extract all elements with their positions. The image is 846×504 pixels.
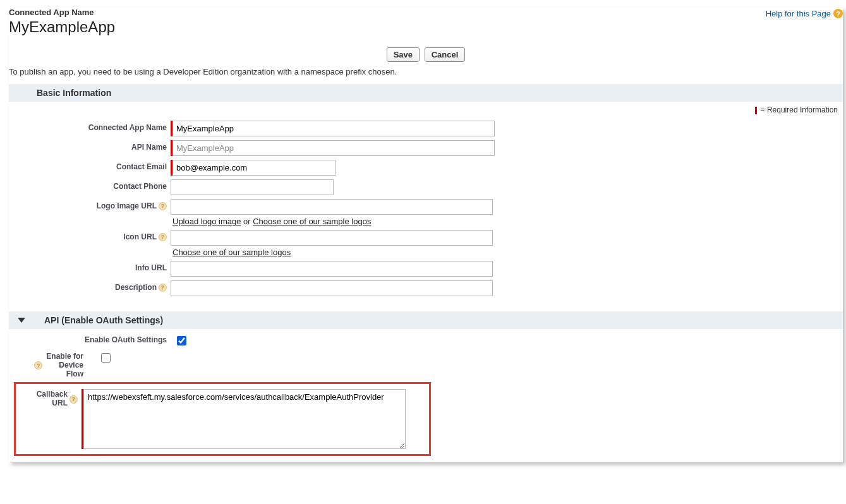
info-url-input[interactable] bbox=[171, 261, 493, 277]
icon-under-links: Choose one of our sample logos bbox=[172, 248, 493, 257]
callback-url-textarea[interactable] bbox=[83, 389, 406, 449]
enable-device-flow-checkbox[interactable] bbox=[101, 353, 111, 363]
required-indicator bbox=[171, 160, 172, 176]
label-contact-phone: Contact Phone bbox=[9, 179, 171, 191]
callback-url-highlight: CallbackURL ? bbox=[14, 382, 431, 456]
required-bar-icon bbox=[755, 107, 757, 114]
logo-under-links: Upload logo image or Choose one of our s… bbox=[172, 217, 493, 226]
label-callback-url: CallbackURL bbox=[37, 390, 68, 408]
label-contact-email: Contact Email bbox=[9, 160, 171, 171]
enable-oauth-checkbox[interactable] bbox=[177, 336, 186, 345]
page-subtitle: Connected App Name bbox=[9, 8, 115, 17]
required-indicator bbox=[171, 140, 172, 156]
label-logo-image-url: Logo Image URL bbox=[97, 201, 157, 210]
label-icon-url: Icon URL bbox=[123, 232, 157, 241]
action-button-row: Save Cancel bbox=[9, 47, 843, 62]
hint-icon[interactable]: ? bbox=[34, 361, 42, 369]
label-connected-app-name: Connected App Name bbox=[9, 121, 171, 132]
help-for-page-text: Help for this Page bbox=[766, 9, 831, 18]
upload-logo-link[interactable]: Upload logo image bbox=[172, 217, 241, 226]
label-enable-oauth: Enable OAuth Settings bbox=[9, 333, 171, 344]
page-header: Connected App Name MyExampleApp Help for… bbox=[9, 8, 843, 36]
hint-icon[interactable]: ? bbox=[159, 202, 167, 210]
required-indicator bbox=[82, 389, 83, 449]
required-legend: = Required Information bbox=[9, 105, 838, 114]
required-legend-text: = Required Information bbox=[761, 105, 838, 114]
label-info-url: Info URL bbox=[9, 261, 171, 272]
hint-icon[interactable]: ? bbox=[159, 233, 167, 241]
icon-url-input[interactable] bbox=[171, 230, 493, 246]
label-description: Description bbox=[115, 283, 157, 292]
connected-app-name-input[interactable] bbox=[172, 121, 495, 136]
or-text: or bbox=[241, 217, 253, 226]
page-title: MyExampleApp bbox=[9, 18, 115, 36]
caret-down-icon bbox=[18, 318, 25, 323]
section-basic-information: Basic Information bbox=[9, 84, 843, 102]
choose-sample-icon-link[interactable]: Choose one of our sample logos bbox=[172, 248, 291, 257]
api-name-input[interactable] bbox=[172, 140, 495, 156]
cancel-button[interactable]: Cancel bbox=[425, 47, 466, 62]
label-enable-device-flow: Enable forDeviceFlow bbox=[46, 352, 83, 378]
publish-note: To publish an app, you need to be using … bbox=[9, 67, 843, 76]
hint-icon[interactable]: ? bbox=[159, 284, 167, 292]
description-input[interactable] bbox=[171, 280, 493, 296]
hint-icon[interactable]: ? bbox=[69, 395, 78, 404]
required-indicator bbox=[171, 121, 172, 136]
save-button[interactable]: Save bbox=[387, 47, 420, 62]
help-for-page-link[interactable]: Help for this Page ? bbox=[766, 9, 843, 18]
logo-image-url-input[interactable] bbox=[171, 199, 493, 215]
contact-phone-input[interactable] bbox=[171, 179, 334, 195]
contact-email-input[interactable] bbox=[172, 160, 335, 176]
choose-sample-logo-link[interactable]: Choose one of our sample logos bbox=[253, 217, 371, 226]
label-api-name: API Name bbox=[9, 140, 171, 152]
section-api-title: API (Enable OAuth Settings) bbox=[44, 315, 163, 325]
section-api-oauth[interactable]: API (Enable OAuth Settings) bbox=[9, 311, 843, 329]
help-icon: ? bbox=[833, 9, 843, 18]
